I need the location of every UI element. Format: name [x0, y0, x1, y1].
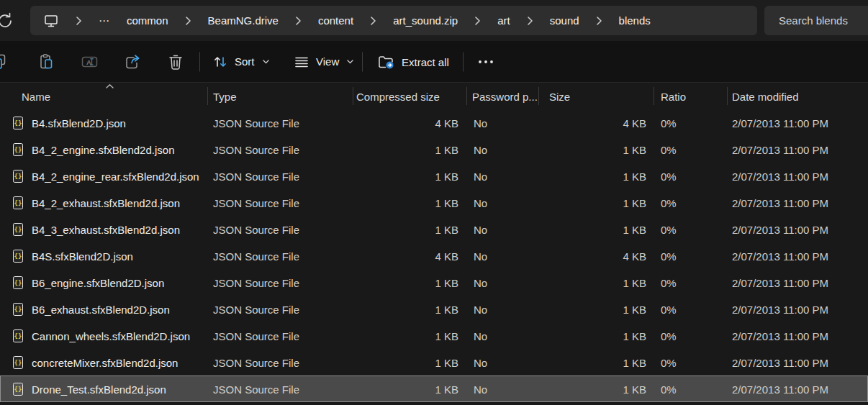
paste-button[interactable]: [37, 53, 55, 70]
delete-button[interactable]: [167, 53, 184, 70]
file-compressed-size: 1 KB: [357, 329, 458, 342]
file-name: B4_2_exhaust.sfxBlend2d.json: [32, 196, 180, 209]
paste-icon: [37, 53, 55, 70]
breadcrumb-chevron-icon[interactable]: [370, 16, 376, 26]
column-header-size[interactable]: Size: [549, 90, 570, 102]
file-row[interactable]: {} Cannon_wheels.sfxBlend2D.json JSON So…: [0, 322, 868, 349]
file-ratio: 0%: [661, 356, 677, 368]
sort-button[interactable]: Sort: [212, 54, 270, 70]
file-row[interactable]: {} Drone_Test.sfxBlend2d.json JSON Sourc…: [0, 376, 868, 402]
toolbar-divider: [362, 52, 363, 71]
json-file-icon: {}: [13, 196, 23, 209]
column-divider[interactable]: [466, 87, 467, 105]
breadcrumb-chevron-icon[interactable]: [295, 16, 302, 26]
this-pc-icon[interactable]: [43, 13, 59, 29]
file-type: JSON Source File: [213, 223, 299, 235]
file-type: JSON Source File: [213, 383, 299, 395]
breadcrumb-item-art-sound-zip[interactable]: art_sound.zip: [393, 14, 458, 27]
file-password-protected: No: [474, 356, 487, 368]
file-password-protected: No: [474, 223, 487, 235]
more-options-icon: [476, 53, 495, 71]
file-type: JSON Source File: [213, 329, 299, 342]
rename-button[interactable]: A: [81, 53, 99, 70]
sort-ascending-caret-icon: [105, 83, 114, 89]
search-input[interactable]: [764, 6, 868, 35]
file-type: JSON Source File: [213, 356, 299, 368]
breadcrumb-overflow-button[interactable]: ⋯: [99, 14, 110, 27]
column-divider[interactable]: [538, 87, 539, 105]
file-compressed-size: 1 KB: [357, 303, 458, 315]
column-header-date[interactable]: Date modified: [732, 90, 799, 102]
breadcrumb-item-art[interactable]: art: [497, 14, 510, 27]
share-button[interactable]: [124, 53, 142, 70]
json-file-icon: {}: [13, 276, 23, 289]
breadcrumb-item-content[interactable]: content: [318, 14, 353, 27]
file-password-protected: No: [474, 170, 487, 182]
file-compressed-size: 1 KB: [357, 356, 458, 368]
file-date-modified: 2/07/2013 11:00 PM: [732, 223, 828, 235]
file-compressed-size: 1 KB: [357, 170, 458, 182]
command-toolbar: A Sort: [0, 41, 868, 83]
breadcrumb-item-common[interactable]: common: [127, 14, 168, 27]
json-file-icon: {}: [13, 356, 23, 369]
file-size: 1 KB: [546, 223, 646, 235]
file-password-protected: No: [474, 383, 487, 395]
sort-label: Sort: [235, 55, 255, 68]
view-icon: [294, 54, 309, 70]
file-date-modified: 2/07/2013 11:00 PM: [732, 143, 828, 155]
more-options-button[interactable]: [476, 53, 495, 71]
breadcrumb-item-beamng-drive[interactable]: BeamNG.drive: [208, 14, 279, 27]
file-row[interactable]: {} B4_2_engine.sfxBlend2d.json JSON Sour…: [0, 136, 868, 163]
file-row[interactable]: {} B4.sfxBlend2D.json JSON Source File 4…: [0, 109, 868, 136]
breadcrumb-chevron-icon[interactable]: [527, 16, 533, 26]
file-size: 1 KB: [546, 383, 646, 395]
file-row[interactable]: {} concreteMixer.sfxBlend2d.json JSON So…: [0, 349, 868, 376]
file-ratio: 0%: [661, 383, 677, 395]
address-bar-row: ⋯ commonBeamNG.drivecontentart_sound.zip…: [0, 0, 868, 41]
view-label: View: [316, 55, 339, 68]
breadcrumb-item-sound[interactable]: sound: [550, 14, 579, 27]
file-password-protected: No: [474, 117, 487, 129]
file-row[interactable]: {} B4S.sfxBlend2D.json JSON Source File …: [0, 242, 868, 269]
file-type: JSON Source File: [213, 276, 299, 288]
file-ratio: 0%: [661, 329, 677, 342]
breadcrumb-chevron-icon[interactable]: [185, 16, 191, 26]
file-row[interactable]: {} B4_2_exhaust.sfxBlend2d.json JSON Sou…: [0, 189, 868, 216]
file-row[interactable]: {} B4_2_engine_rear.sfxBlend2d.json JSON…: [0, 163, 868, 189]
file-row[interactable]: {} B6_exhaust.sfxBlend2D.json JSON Sourc…: [0, 296, 868, 322]
column-header-compressed[interactable]: Compressed size: [356, 90, 440, 102]
column-header-type[interactable]: Type: [213, 90, 237, 102]
column-divider[interactable]: [353, 87, 353, 105]
file-row[interactable]: {} B4_3_exhaust.sfxBlend2d.json JSON Sou…: [0, 216, 868, 242]
breadcrumb-chevron-icon[interactable]: [596, 16, 602, 26]
column-divider[interactable]: [654, 87, 654, 105]
view-button[interactable]: View: [294, 54, 354, 70]
extract-all-button[interactable]: Extract all: [377, 53, 449, 70]
file-ratio: 0%: [661, 170, 677, 182]
file-name: Cannon_wheels.sfxBlend2D.json: [32, 329, 190, 342]
column-header-password[interactable]: Password p...: [472, 90, 538, 102]
breadcrumb-chevron-icon[interactable]: [474, 16, 481, 26]
file-name: B4_2_engine.sfxBlend2d.json: [32, 143, 175, 155]
copy-button[interactable]: [0, 53, 9, 70]
file-compressed-size: 1 KB: [357, 196, 458, 209]
breadcrumb-item-blends[interactable]: blends: [619, 14, 651, 27]
json-file-icon: {}: [13, 117, 23, 129]
file-name: B4S.sfxBlend2D.json: [32, 250, 133, 262]
file-ratio: 0%: [661, 143, 677, 155]
breadcrumb-chevron-icon[interactable]: [76, 16, 82, 26]
column-header-ratio[interactable]: Ratio: [661, 90, 686, 102]
json-file-icon: {}: [13, 383, 23, 396]
file-list: {} B4.sfxBlend2D.json JSON Source File 4…: [0, 109, 868, 405]
json-file-icon: {}: [13, 303, 23, 316]
address-bar[interactable]: ⋯ commonBeamNG.drivecontentart_sound.zip…: [30, 6, 757, 35]
file-size: 1 KB: [546, 143, 646, 155]
json-file-icon: {}: [13, 223, 23, 236]
file-type: JSON Source File: [213, 170, 299, 182]
refresh-button[interactable]: [0, 11, 15, 31]
file-row[interactable]: {} B6_engine.sfxBlend2D.json JSON Source…: [0, 269, 868, 296]
column-divider[interactable]: [207, 87, 208, 105]
column-header-name[interactable]: Name: [22, 90, 50, 102]
column-divider[interactable]: [727, 87, 728, 105]
json-file-icon: {}: [13, 250, 23, 263]
